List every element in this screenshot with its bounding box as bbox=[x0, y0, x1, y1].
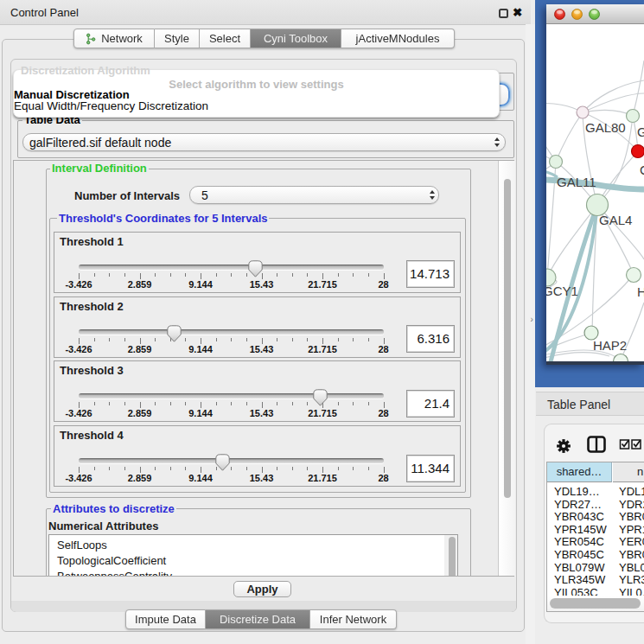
svg-text:GAL11: GAL11 bbox=[557, 175, 596, 189]
svg-text:GCY1: GCY1 bbox=[546, 284, 578, 298]
svg-text:H: H bbox=[637, 284, 644, 299]
svg-text:GAL4: GAL4 bbox=[599, 213, 632, 227]
svg-text:C: C bbox=[640, 163, 644, 177]
svg-text:GAL80: GAL80 bbox=[585, 120, 626, 135]
svg-text:G: G bbox=[637, 124, 644, 139]
svg-text:HAP2: HAP2 bbox=[593, 338, 627, 353]
